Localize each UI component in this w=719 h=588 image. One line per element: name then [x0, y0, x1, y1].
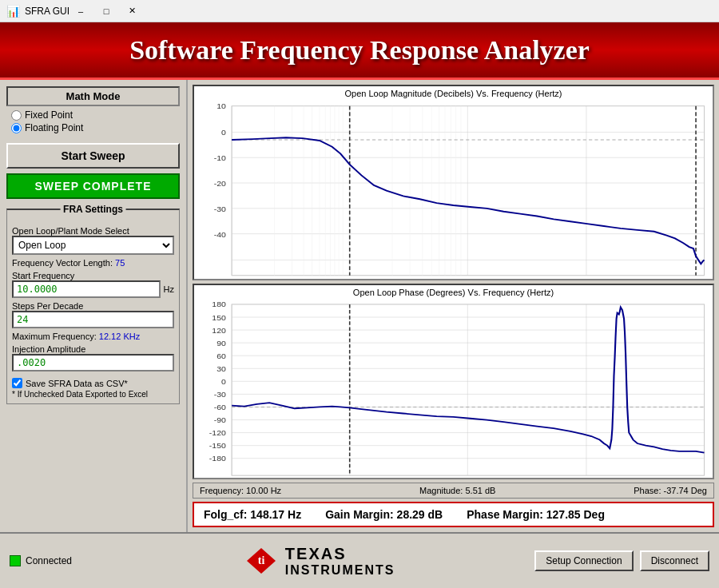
svg-text:-180: -180: [209, 455, 227, 463]
svg-text:10: 10: [227, 279, 236, 280]
svg-text:ti: ti: [258, 554, 265, 566]
svg-text:10: 10: [216, 102, 226, 111]
window-controls: – □ ✕: [70, 3, 143, 19]
titlebar: 📊 SFRA GUI – □ ✕: [0, 0, 719, 22]
svg-text:30: 30: [216, 365, 226, 373]
results-bar: Folg_cf: 148.17 Hz Gain Margin: 28.29 dB…: [193, 502, 714, 527]
floating-point-option[interactable]: Floating Point: [11, 122, 175, 133]
svg-text:120: 120: [212, 326, 226, 334]
svg-text:-30: -30: [214, 205, 227, 213]
svg-text:100: 100: [343, 478, 357, 479]
right-panel: Open Loop Magnitude (Decibels) Vs. Frequ…: [188, 80, 719, 532]
phase-chart-title: Open Loop Phase (Degrees) Vs. Frequency …: [194, 285, 713, 297]
svg-text:-40: -40: [214, 230, 227, 239]
magnitude-chart: Open Loop Magnitude (Decibels) Vs. Frequ…: [193, 85, 714, 280]
status-magnitude: Magnitude: 5.51 dB: [419, 486, 495, 495]
math-mode-label: Math Mode: [6, 86, 180, 106]
start-freq-label: Start Frequency: [12, 271, 174, 280]
steps-label: Steps Per Decade: [12, 301, 174, 311]
save-csv-checkbox[interactable]: [12, 378, 22, 388]
max-freq-value: 12.12 KHz: [99, 332, 140, 341]
mode-select[interactable]: Open Loop: [12, 236, 174, 255]
csv-note: * If Unchecked Data Exported to Excel: [12, 390, 174, 399]
footer: Connected ti Texas Instruments Setup Con…: [0, 532, 719, 588]
svg-text:10,000: 10,000: [574, 478, 600, 479]
start-sweep-button[interactable]: Start Sweep: [6, 143, 180, 169]
gain-margin: Gain Margin: 28.29 dB: [325, 508, 443, 521]
ti-logo-area: ti Texas Instruments: [105, 545, 534, 578]
start-freq-row: Hz: [12, 280, 174, 298]
status-area: Connected: [10, 555, 105, 566]
left-panel: Math Mode Fixed Point Floating Point Sta…: [0, 80, 188, 532]
max-freq-label: Maximum Frequency: 12.12 KHz: [12, 332, 174, 341]
phase-chart: Open Loop Phase (Degrees) Vs. Frequency …: [193, 284, 714, 479]
status-phase: Phase: -37.74 Deg: [634, 486, 707, 495]
main-content: Math Mode Fixed Point Floating Point Sta…: [0, 80, 719, 532]
svg-text:0: 0: [221, 378, 226, 386]
ti-name-line1: Texas: [285, 545, 395, 563]
svg-text:-30: -30: [214, 391, 227, 399]
ti-company-name: Texas Instruments: [285, 545, 395, 578]
close-button[interactable]: ✕: [121, 3, 143, 19]
magnitude-chart-svg: 10 0 -10 -20 -30 -40 10 100 1,000 10,000: [194, 98, 713, 280]
svg-text:-150: -150: [209, 442, 227, 450]
save-csv-row[interactable]: Save SFRA Data as CSV*: [12, 378, 174, 388]
inj-amp-label: Injection Amplitude: [12, 344, 174, 354]
svg-text:60: 60: [216, 352, 226, 360]
svg-rect-0: [232, 106, 704, 276]
math-mode-group: Math Mode Fixed Point Floating Point: [6, 86, 180, 135]
floating-point-radio[interactable]: [11, 123, 22, 133]
phase-margin: Phase Margin: 127.85 Deg: [467, 508, 605, 521]
svg-text:100: 100: [343, 279, 357, 280]
fixed-point-radio[interactable]: [11, 110, 22, 121]
fra-settings-group: FRA Settings Open Loop/Plant Mode Select…: [6, 209, 180, 404]
svg-text:150: 150: [212, 313, 226, 321]
fra-settings-title: FRA Settings: [60, 204, 126, 215]
mode-select-label: Open Loop/Plant Mode Select: [12, 226, 174, 236]
titlebar-title: SFRA GUI: [25, 6, 70, 17]
freq-vector-label: Frequency Vector Length: 75: [12, 258, 174, 268]
ti-name-line2: Instruments: [285, 563, 395, 578]
freq-vector-value: 75: [115, 258, 125, 268]
ti-logo-icon: ti: [245, 546, 277, 575]
svg-text:-90: -90: [214, 416, 227, 424]
minimize-button[interactable]: –: [70, 3, 92, 19]
steps-input[interactable]: [12, 311, 174, 328]
floating-point-label: Floating Point: [25, 122, 83, 133]
footer-buttons: Setup Connection Disconnect: [534, 550, 709, 571]
sweep-complete-status: SWEEP COMPLETE: [6, 173, 180, 199]
svg-text:10,000: 10,000: [574, 279, 599, 280]
svg-text:-10: -10: [214, 153, 227, 162]
chart-status-bar: Frequency: 10.00 Hz Magnitude: 5.51 dB P…: [193, 483, 714, 499]
svg-text:-120: -120: [209, 429, 227, 437]
svg-text:10: 10: [227, 478, 236, 479]
status-frequency: Frequency: 10.00 Hz: [200, 486, 281, 495]
folg-cf: Folg_cf: 148.17 Hz: [204, 508, 301, 521]
svg-text:-60: -60: [214, 403, 227, 411]
svg-text:-20: -20: [214, 179, 227, 188]
phase-chart-svg: 180 150 120 90 60 30 0 -30 -60 -90 -120 …: [194, 297, 713, 479]
svg-text:180: 180: [212, 300, 226, 308]
connection-status: Connected: [26, 555, 72, 566]
svg-text:90: 90: [216, 339, 226, 347]
start-freq-unit: Hz: [164, 284, 174, 294]
fixed-point-label: Fixed Point: [25, 109, 73, 121]
save-csv-label: Save SFRA Data as CSV*: [26, 379, 128, 388]
start-freq-input[interactable]: [12, 280, 161, 298]
app-icon: 📊: [6, 5, 20, 18]
app-container: Software Frequency Response Analyzer Mat…: [0, 22, 719, 588]
setup-connection-button[interactable]: Setup Connection: [534, 550, 633, 571]
magnitude-chart-title: Open Loop Magnitude (Decibels) Vs. Frequ…: [194, 86, 713, 98]
inj-amp-input[interactable]: [12, 354, 174, 371]
maximize-button[interactable]: □: [95, 3, 117, 19]
svg-text:0: 0: [221, 129, 226, 137]
header-banner: Software Frequency Response Analyzer: [0, 22, 719, 80]
disconnect-button[interactable]: Disconnect: [640, 550, 709, 571]
svg-text:1,000: 1,000: [457, 279, 479, 280]
fixed-point-option[interactable]: Fixed Point: [11, 109, 175, 121]
svg-text:1,000: 1,000: [457, 478, 479, 479]
app-title: Software Frequency Response Analyzer: [129, 35, 590, 66]
connection-indicator: [10, 555, 21, 566]
